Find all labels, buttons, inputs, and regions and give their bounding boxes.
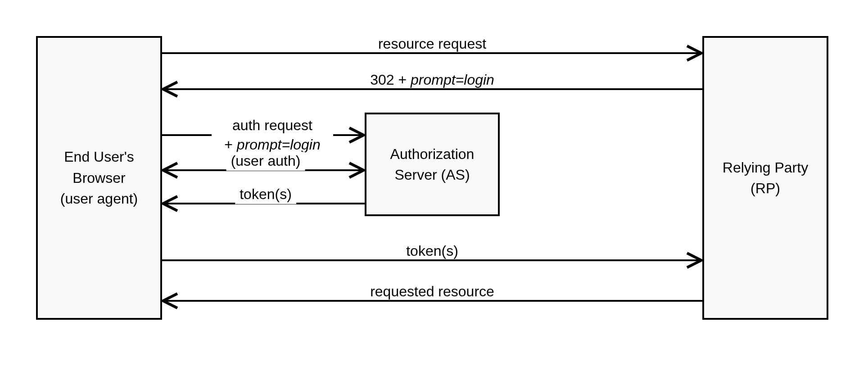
- box-rp-line1: Relying Party: [723, 157, 808, 178]
- box-browser-line2: Browser: [72, 168, 125, 188]
- label-user-auth: (user auth): [226, 152, 305, 171]
- label-tokens-as: token(s): [235, 185, 296, 204]
- label-requested-resource: requested resource: [370, 282, 494, 301]
- label-302-prompt-prefix: 302 +: [370, 72, 411, 88]
- box-browser-line3: (user agent): [60, 188, 138, 209]
- diagram-stage: End User's Browser (user agent) Authoriz…: [0, 0, 868, 390]
- box-as-line2: Server (AS): [394, 164, 470, 185]
- label-302-prompt: 302 + prompt=login: [370, 71, 494, 90]
- box-browser: End User's Browser (user agent): [36, 36, 162, 320]
- label-302-prompt-italic: prompt=login: [411, 72, 494, 88]
- label-auth-request: auth request + prompt=login: [224, 116, 320, 154]
- box-relying-party: Relying Party (RP): [702, 36, 828, 320]
- label-tokens-rp: token(s): [406, 242, 458, 261]
- box-rp-line2: (RP): [750, 178, 780, 199]
- box-browser-line1: End User's: [64, 146, 134, 167]
- label-auth-request-line1: auth request: [232, 117, 312, 133]
- label-auth-request-line2-prefix: +: [224, 136, 237, 153]
- box-as-line1: Authorization: [390, 144, 475, 164]
- label-resource-request: resource request: [378, 35, 486, 54]
- box-authorization-server: Authorization Server (AS): [365, 113, 500, 216]
- label-auth-request-line2-italic: prompt=login: [237, 136, 321, 153]
